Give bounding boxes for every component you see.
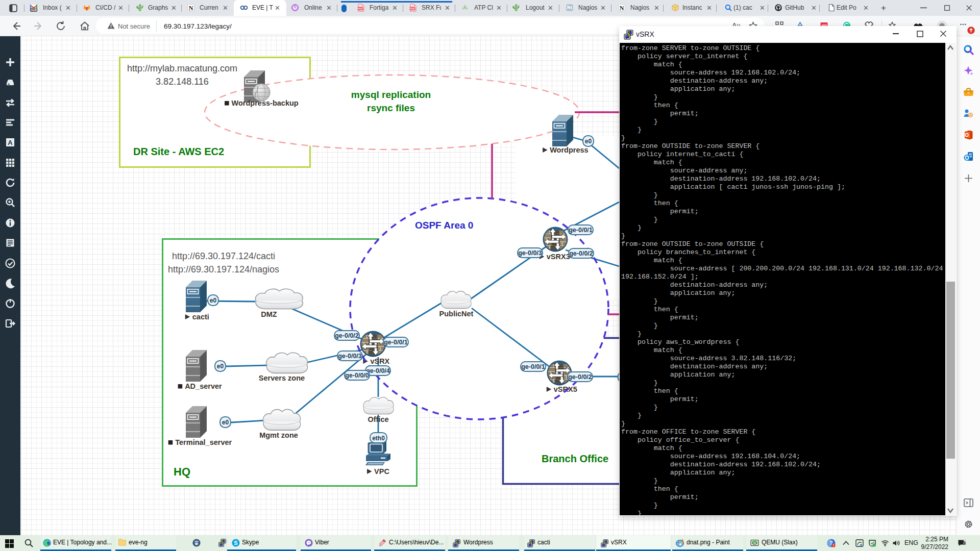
svg-text:S: S [234, 540, 237, 546]
svg-text:HQ: HQ [174, 465, 190, 478]
svg-text:N: N [620, 5, 624, 12]
svg-text:vSRX3: vSRX3 [547, 253, 570, 261]
svg-text:Wordpress-backup: Wordpress-backup [232, 99, 299, 107]
svg-text:ge-0/0/2: ge-0/0/2 [335, 332, 359, 339]
svg-text:PublicNet: PublicNet [439, 310, 474, 318]
svg-text:DMZ: DMZ [261, 310, 277, 318]
svg-text:eth0: eth0 [372, 435, 385, 442]
svg-text:Office: Office [368, 415, 388, 423]
svg-text:http://mylab.macatung.com: http://mylab.macatung.com [127, 63, 237, 73]
svg-text:ge-0/0/1: ge-0/0/1 [569, 227, 593, 234]
svg-text:Mgmt zone: Mgmt zone [259, 431, 298, 439]
svg-text:e0: e0 [210, 297, 217, 304]
svg-text:ge-0/0/1: ge-0/0/1 [384, 339, 408, 346]
svg-text:ge-0/0/2: ge-0/0/2 [569, 250, 593, 257]
svg-text:vSRX: vSRX [370, 357, 389, 365]
svg-text:A: A [8, 139, 13, 146]
svg-text:Servers zone: Servers zone [259, 374, 305, 382]
svg-text:rsync files: rsync files [367, 103, 415, 113]
svg-text:AD_server: AD_server [185, 382, 222, 390]
svg-text:DR Site - AWS EC2: DR Site - AWS EC2 [133, 146, 224, 157]
svg-text:!: ! [833, 543, 834, 547]
svg-text:3.82.148.116: 3.82.148.116 [156, 77, 209, 87]
svg-text:Terminal_server: Terminal_server [175, 438, 232, 446]
svg-text:e0: e0 [217, 363, 224, 370]
svg-text:PDF: PDF [410, 7, 415, 10]
svg-text:ge-0/0/0: ge-0/0/0 [345, 372, 369, 379]
svg-text:e0: e0 [222, 419, 229, 426]
svg-text:ge-0/0/3: ge-0/0/3 [518, 249, 542, 257]
svg-text:OSPF Area 0: OSPF Area 0 [415, 220, 473, 231]
svg-text:ge-0/0/3: ge-0/0/3 [338, 353, 362, 360]
svg-text:Wordpress: Wordpress [550, 146, 588, 154]
svg-text:Branch Office: Branch Office [542, 453, 608, 464]
svg-text:ge-0/0/2: ge-0/0/2 [568, 373, 592, 381]
svg-text:cacti: cacti [192, 313, 209, 321]
svg-text:PDF: PDF [358, 7, 363, 10]
svg-text:e0: e0 [585, 138, 592, 145]
svg-text:http://69.30.197.124/cacti: http://69.30.197.124/cacti [172, 251, 275, 261]
svg-text:mysql replication: mysql replication [351, 89, 431, 100]
svg-text:N: N [189, 5, 193, 12]
svg-text:http://69.30.197.124/nagios: http://69.30.197.124/nagios [168, 264, 279, 274]
svg-text:VPC: VPC [374, 467, 389, 475]
svg-text:100+: 100+ [31, 8, 37, 11]
svg-text:ge-0/0/1: ge-0/0/1 [521, 363, 545, 370]
